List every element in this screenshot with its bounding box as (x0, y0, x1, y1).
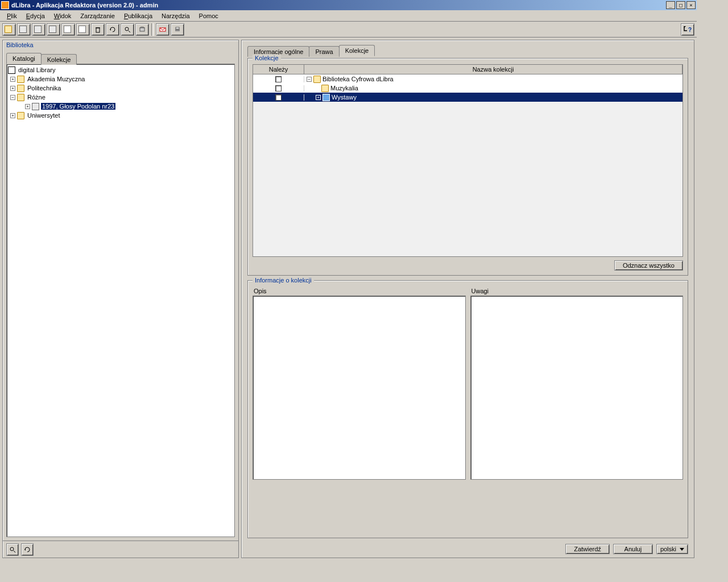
library-icon (8, 66, 15, 74)
tool-doc-2[interactable] (76, 23, 90, 36)
tab-prawa[interactable]: Prawa (309, 46, 339, 57)
menu-plik[interactable]: Plik (2, 11, 22, 20)
collection-row[interactable]: Muzykalia (253, 84, 682, 93)
chevron-down-icon (680, 548, 684, 551)
tool-search[interactable] (121, 23, 134, 36)
close-button[interactable]: × (686, 1, 696, 9)
reload-button[interactable] (21, 543, 34, 556)
deselect-all-button[interactable]: Odznacz wszystko (614, 260, 683, 271)
group-kolekcje-legend: Kolekcje (253, 55, 281, 61)
tree-root[interactable]: digital Library (8, 65, 233, 74)
tool-send[interactable] (156, 23, 169, 36)
folder-icon (322, 94, 330, 101)
svg-rect-7 (160, 28, 166, 31)
menu-pomoc[interactable]: Pomoc (195, 11, 223, 20)
minimize-button[interactable]: _ (666, 1, 675, 9)
svg-point-12 (10, 547, 14, 551)
expand-icon[interactable]: + (10, 113, 15, 118)
textarea-opis[interactable] (253, 296, 466, 480)
collection-row[interactable]: − Biblioteka Cyfrowa dLibra (253, 74, 682, 84)
menu-narzedzia[interactable]: Narzędzia (157, 11, 195, 20)
window-title: dLibra - Aplikacja Redaktora (version 2.… (11, 2, 665, 9)
collection-name: Muzykalia (330, 85, 358, 92)
maximize-button[interactable]: □ (676, 1, 685, 9)
checkbox[interactable] (275, 85, 282, 92)
checkbox[interactable] (275, 76, 282, 82)
checkbox[interactable] (275, 94, 282, 101)
menu-publikacja[interactable]: Publikacja (119, 11, 157, 20)
tree-uniwersytet[interactable]: + Uniwersytet (8, 111, 233, 120)
svg-point-5 (140, 27, 144, 28)
group-info-legend: Informacje o kolekcji (253, 277, 314, 284)
tool-refresh[interactable] (106, 23, 119, 36)
app-icon (1, 1, 9, 9)
collections-table: Należy Nazwa kolekcji − Biblioteka Cyfro… (253, 64, 683, 257)
language-selector[interactable]: polski (656, 544, 688, 554)
collapse-icon[interactable]: − (10, 95, 15, 100)
col-header-belongs[interactable]: Należy (253, 65, 304, 74)
tree-akademia[interactable]: + Akademia Muzyczna (8, 74, 233, 84)
tool-book-1[interactable] (17, 23, 31, 36)
menu-widok[interactable]: Widok (49, 11, 76, 20)
svg-point-3 (125, 27, 129, 31)
tab-kolekcje-right[interactable]: Kolekcje (339, 45, 375, 56)
tab-kolekcje-left[interactable]: Kolekcje (41, 54, 77, 65)
collapse-icon[interactable]: − (307, 77, 312, 82)
language-value: polski (660, 546, 676, 552)
find-button[interactable] (6, 543, 19, 556)
col-header-name[interactable]: Nazwa kolekcji (304, 65, 682, 74)
label-opis: Opis (253, 286, 466, 296)
tool-context-help[interactable]: ? (681, 23, 694, 36)
book-icon (32, 103, 39, 110)
window-titlebar: dLibra - Aplikacja Redaktora (version 2.… (0, 0, 697, 10)
right-panel: Informacje ogólne Prawa Kolekcje Kolekcj… (241, 40, 694, 558)
confirm-button[interactable]: Zatwierdź (565, 544, 610, 554)
expand-icon[interactable]: + (316, 95, 321, 100)
menu-zarzadzanie[interactable]: Zarządzanie (76, 11, 119, 20)
tab-katalogi[interactable]: Katalogi (6, 53, 42, 64)
label-uwagi: Uwagi (470, 286, 684, 296)
svg-rect-0 (96, 28, 100, 32)
toolbar: ? (0, 22, 697, 38)
svg-rect-6 (140, 28, 144, 31)
svg-marker-10 (684, 26, 686, 28)
expand-icon[interactable]: + (25, 104, 30, 109)
tool-book-3[interactable] (47, 23, 60, 36)
collection-row-selected[interactable]: + Wystawy (253, 93, 682, 102)
svg-rect-9 (176, 27, 179, 29)
svg-marker-2 (110, 28, 111, 31)
tree-item-selected[interactable]: + 1997, Głosy Podolan nr23 (8, 102, 233, 111)
tool-book-2[interactable] (32, 23, 46, 36)
svg-rect-8 (175, 29, 180, 31)
expand-icon[interactable]: + (10, 86, 15, 91)
textarea-uwagi[interactable] (470, 296, 684, 480)
folder-icon (17, 76, 24, 83)
tool-doc-1[interactable] (61, 23, 75, 36)
tool-print[interactable] (171, 23, 184, 36)
left-panel: Biblioteka Katalogi Kolekcje digital Lib… (2, 40, 239, 558)
tree-politechnika[interactable]: + Politechnika (8, 84, 233, 93)
tree-rozne[interactable]: − Różne (8, 93, 233, 102)
tool-delete[interactable] (91, 23, 105, 36)
group-info: Informacje o kolekcji Opis Uwagi (247, 280, 688, 538)
left-panel-title: Biblioteka (3, 40, 238, 49)
catalog-tree[interactable]: digital Library + Akademia Muzyczna + Po… (6, 64, 235, 537)
menu-bar: Plik Edycja Widok Zarządzanie Publikacja… (0, 10, 697, 22)
cancel-button[interactable]: Anuluj (613, 544, 653, 554)
collection-name: Biblioteka Cyfrowa dLibra (322, 76, 394, 82)
expand-icon[interactable]: + (10, 77, 15, 82)
svg-marker-14 (24, 548, 26, 551)
menu-edycja[interactable]: Edycja (22, 11, 49, 20)
tool-db[interactable] (135, 23, 149, 36)
svg-line-13 (14, 551, 15, 552)
svg-line-4 (129, 31, 130, 32)
group-kolekcje: Kolekcje Należy Nazwa kolekcji − Bibliot… (247, 58, 688, 276)
folder-icon (17, 85, 24, 92)
folder-icon (17, 112, 24, 119)
tool-new-folder[interactable] (2, 23, 16, 36)
svg-text:?: ? (688, 27, 692, 33)
folder-icon (17, 94, 24, 101)
folder-icon (313, 76, 321, 83)
folder-icon (321, 85, 329, 92)
collection-name: Wystawy (332, 94, 357, 101)
